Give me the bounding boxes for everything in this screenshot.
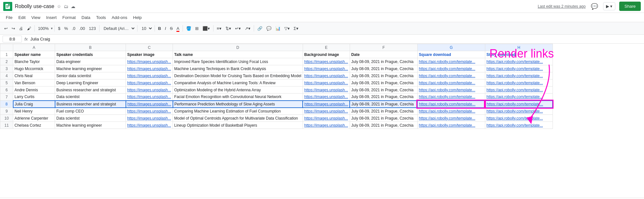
- menu-data[interactable]: Data: [79, 14, 93, 21]
- menu-edit[interactable]: Edit: [16, 14, 28, 21]
- cell-6-A[interactable]: Andre Dennis: [13, 86, 55, 94]
- cell-9-G[interactable]: https://api.robolly.com/template...: [417, 108, 485, 115]
- wrap-button[interactable]: ↵▾: [233, 25, 242, 32]
- cell-1-H[interactable]: Story download: [485, 51, 553, 58]
- menu-file[interactable]: File: [3, 14, 15, 21]
- cell-9-H[interactable]: https://api.robolly.com/template...: [485, 108, 553, 115]
- menu-tools[interactable]: Tools: [93, 14, 108, 21]
- col-header-B[interactable]: B: [55, 44, 126, 51]
- col-header-C[interactable]: C: [126, 44, 173, 51]
- cell-3-F[interactable]: July 08-09, 2021 in Prague, Czechia: [350, 65, 417, 72]
- chart-button[interactable]: 📊: [274, 25, 282, 32]
- cell-8-A[interactable]: Julia Craig: [13, 101, 55, 108]
- cell-4-D[interactable]: Destination Decision Model for Cruising …: [173, 72, 303, 79]
- cell-5-F[interactable]: July 08-09, 2021 in Prague, Czechia: [350, 79, 417, 86]
- cell-9-D[interactable]: Comparing Machine Learning Estimation of…: [173, 108, 303, 115]
- menu-insert[interactable]: Insert: [43, 14, 59, 21]
- currency-button[interactable]: $: [56, 25, 62, 32]
- cell-7-H[interactable]: https://api.robolly.com/template...: [485, 94, 553, 101]
- cell-2-B[interactable]: Data engineer: [55, 58, 126, 65]
- link-button[interactable]: 🔗: [256, 25, 264, 32]
- cell-7-C[interactable]: https://images.unsplash...: [126, 94, 173, 101]
- cell-1-C[interactable]: Speaker image: [126, 51, 173, 58]
- cell-6-F[interactable]: July 08-09, 2021 in Prague, Czechia: [350, 86, 417, 94]
- cell-8-C[interactable]: https://images.unsplash...: [126, 101, 173, 108]
- cell-4-E[interactable]: https://images.unsplash...: [303, 72, 350, 79]
- cell-5-A[interactable]: Van Benson: [13, 79, 55, 86]
- sheet-container[interactable]: A B C D E F G H 1 Speaker name Speaker c…: [0, 44, 644, 198]
- cell-8-G[interactable]: https://api.robolly.com/template...: [417, 101, 485, 108]
- cell-11-G[interactable]: https://api.robolly.com/template...: [417, 122, 485, 129]
- merge-button[interactable]: ⬛▾: [201, 25, 212, 32]
- cell-8-B[interactable]: Business researcher and strategist: [55, 101, 126, 108]
- cloud-icon[interactable]: ☁: [71, 4, 75, 9]
- cell-4-B[interactable]: Senior data scientist: [55, 72, 126, 79]
- cell-3-A[interactable]: Hugo Mccormick: [13, 65, 55, 72]
- cell-4-A[interactable]: Chris Neal: [13, 72, 55, 79]
- cell-6-C[interactable]: https://images.unsplash...: [126, 86, 173, 94]
- cell-1-E[interactable]: Background image: [303, 51, 350, 58]
- cell-3-E[interactable]: https://images.unsplash...: [303, 65, 350, 72]
- cell-8-E[interactable]: https://images.unsplash...: [303, 101, 350, 108]
- dec00-button[interactable]: .00: [78, 25, 87, 32]
- font-size-select[interactable]: 10: [139, 25, 153, 32]
- fill-color-button[interactable]: 🪣: [185, 25, 193, 32]
- cell-10-F[interactable]: July 08-09, 2021 in Prague, Czechia: [350, 115, 417, 122]
- cell-11-E[interactable]: https://images.unsplash...: [303, 122, 350, 129]
- format123-button[interactable]: 123: [87, 25, 98, 32]
- cell-6-H[interactable]: https://api.robolly.com/template...: [485, 86, 553, 94]
- cell-10-B[interactable]: Data scientist: [55, 115, 126, 122]
- cell-5-D[interactable]: Comparative Analysis of Machine Learning…: [173, 79, 303, 86]
- cell-6-G[interactable]: https://api.robolly.com/template...: [417, 86, 485, 94]
- cell-2-A[interactable]: Blanche Taylor: [13, 58, 55, 65]
- cell-2-C[interactable]: https://images.unsplash...: [126, 58, 173, 65]
- cell-10-D[interactable]: Model of Optimal Centroids Approach for …: [173, 115, 303, 122]
- cell-7-D[interactable]: Facial Emotion Recognition with Convolut…: [173, 94, 303, 101]
- cell-1-D[interactable]: Talk name: [173, 51, 303, 58]
- cell-2-D[interactable]: Improved Rare Species Identification Usi…: [173, 58, 303, 65]
- cell-8-H[interactable]: https://api.robolly.com/template...: [485, 101, 553, 108]
- align-left-button[interactable]: ≡▾: [215, 25, 223, 32]
- cell-7-B[interactable]: Data scientist: [55, 94, 126, 101]
- cell-8-D[interactable]: Performance Prediction Methodology of Sl…: [173, 101, 303, 108]
- menu-view[interactable]: View: [29, 14, 43, 21]
- cell-1-G[interactable]: Square download: [417, 51, 485, 58]
- cell-4-G[interactable]: https://api.robolly.com/template...: [417, 72, 485, 79]
- cell-4-H[interactable]: https://api.robolly.com/template...: [485, 72, 553, 79]
- cell-5-E[interactable]: https://images.unsplash...: [303, 79, 350, 86]
- cell-3-B[interactable]: Machine learning engineer: [55, 65, 126, 72]
- dec0-button[interactable]: .0: [70, 25, 77, 32]
- cell-10-A[interactable]: Adrienne Carpenter: [13, 115, 55, 122]
- bold-button[interactable]: B: [156, 25, 163, 32]
- cell-11-D[interactable]: Lineup Optimization Model of Basketball …: [173, 122, 303, 129]
- text-color-button[interactable]: A: [175, 25, 181, 32]
- cell-3-C[interactable]: https://images.unsplash...: [126, 65, 173, 72]
- undo-button[interactable]: ↩: [3, 25, 9, 32]
- cell-1-A[interactable]: Speaker name: [13, 51, 55, 58]
- align-v-button[interactable]: ⇅▾: [224, 25, 233, 32]
- print-button[interactable]: 🖨: [17, 25, 25, 32]
- cell-6-B[interactable]: Business researcher and strategist: [55, 86, 126, 94]
- cell-7-G[interactable]: https://api.robolly.com/template...: [417, 94, 485, 101]
- cell-6-D[interactable]: Optimization Modeling of the Hybrid Ante…: [173, 86, 303, 94]
- cell-10-C[interactable]: https://images.unsplash...: [126, 115, 173, 122]
- zoom-dropdown-icon[interactable]: ▾: [51, 26, 53, 31]
- cell-3-G[interactable]: https://api.robolly.com/template...: [417, 65, 485, 72]
- borders-button[interactable]: ⊞: [194, 25, 200, 32]
- menu-help[interactable]: Help: [130, 14, 144, 21]
- cell-4-C[interactable]: https://images.unsplash...: [126, 72, 173, 79]
- strikethrough-button[interactable]: S: [168, 25, 175, 32]
- percent-button[interactable]: %: [62, 25, 70, 32]
- cell-5-B[interactable]: Deep Learning Engineer: [55, 79, 126, 86]
- cell-9-F[interactable]: July 08-09, 2021 in Prague, Czechia: [350, 108, 417, 115]
- italic-button[interactable]: I: [163, 25, 168, 32]
- font-select[interactable]: Default (Ari…: [101, 25, 136, 32]
- cell-3-D[interactable]: Machine Learning Techniques in Bank Cred…: [173, 65, 303, 72]
- cell-3-H[interactable]: https://api.robolly.com/template...: [485, 65, 553, 72]
- cell-2-E[interactable]: https://images.unsplash...: [303, 58, 350, 65]
- menu-format[interactable]: Format: [60, 14, 78, 21]
- cell-9-E[interactable]: https://images.unsplash...: [303, 108, 350, 115]
- present-button[interactable]: ▶ ▾: [603, 2, 616, 10]
- cell-4-F[interactable]: July 08-09, 2021 in Prague, Czechia: [350, 72, 417, 79]
- redo-button[interactable]: ↪: [10, 25, 17, 32]
